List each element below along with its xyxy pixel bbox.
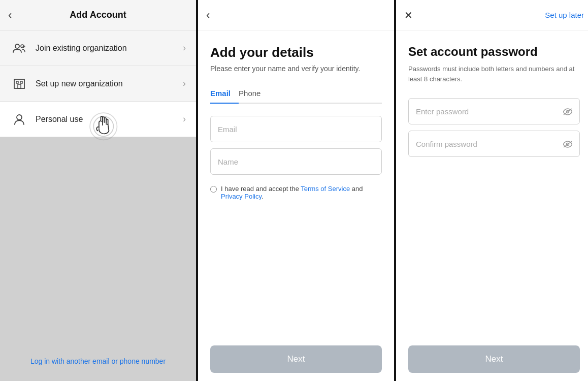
join-org-icon xyxy=(10,39,28,57)
building-icon xyxy=(10,75,28,93)
setup-org-chevron: › xyxy=(183,78,186,89)
panel3-close-button[interactable]: ✕ xyxy=(404,9,413,21)
panel2-title: Add your details xyxy=(210,45,382,60)
panel2-footer: Next xyxy=(198,337,394,381)
panel2-subtitle: Please enter your name and verify your i… xyxy=(210,65,382,73)
panel2-header: ‹ xyxy=(198,0,394,30)
join-org-chevron: › xyxy=(183,43,186,53)
confirm-password-input[interactable] xyxy=(416,140,563,148)
set-password-panel: ✕ Set up later Set account password Pass… xyxy=(396,0,588,381)
panel2-tabs: Email Phone xyxy=(210,85,382,104)
setup-org-label: Set up new organization xyxy=(36,79,183,88)
svg-point-0 xyxy=(15,44,19,48)
join-org-label: Join existing organization xyxy=(36,44,183,53)
panel3-footer: Next xyxy=(396,337,588,381)
confirm-password-field-wrap xyxy=(408,131,580,157)
login-other-link[interactable]: Log in with another email or phone numbe… xyxy=(30,357,166,365)
panel2-back-button[interactable]: ‹ xyxy=(206,9,210,22)
tab-phone[interactable]: Phone xyxy=(239,85,269,104)
svg-rect-4 xyxy=(20,81,22,83)
panel2-next-button[interactable]: Next xyxy=(210,345,382,373)
confirm-eye-icon[interactable] xyxy=(563,139,572,148)
setup-org-item[interactable]: Set up new organization › xyxy=(0,66,196,102)
panel3-header: ✕ Set up later xyxy=(396,0,588,30)
panel2-content: Add your details Please enter your name … xyxy=(198,30,394,337)
tab-email[interactable]: Email xyxy=(210,85,239,104)
terms-checkbox[interactable] xyxy=(210,186,217,193)
setup-later-link[interactable]: Set up later xyxy=(545,11,584,19)
svg-rect-2 xyxy=(14,79,24,88)
panel3-content: Set account password Passwords must incl… xyxy=(396,30,588,337)
email-input[interactable] xyxy=(210,116,382,142)
panel3-next-button[interactable]: Next xyxy=(408,345,580,373)
password-eye-icon[interactable] xyxy=(563,107,572,116)
password-input[interactable] xyxy=(416,107,563,116)
terms-of-service-link[interactable]: Terms of Service xyxy=(301,185,350,193)
panel1-back-button[interactable]: ‹ xyxy=(8,9,12,22)
terms-text: I have read and accept the Terms of Serv… xyxy=(221,185,382,200)
panel3-subtitle: Passwords must include both letters and … xyxy=(408,64,580,84)
svg-rect-3 xyxy=(16,81,18,83)
panel1-footer: Log in with another email or phone numbe… xyxy=(0,357,196,366)
personal-use-item[interactable]: Personal use › xyxy=(0,102,196,137)
panel1-header: ‹ Add Account xyxy=(0,0,196,30)
add-account-panel: ‹ Add Account Join existing organization… xyxy=(0,0,196,381)
personal-use-chevron: › xyxy=(183,114,186,124)
name-input[interactable] xyxy=(210,148,382,175)
panel3-title: Set account password xyxy=(408,45,580,59)
panel1-title: Add Account xyxy=(70,10,126,20)
add-details-panel: ‹ Add your details Please enter your nam… xyxy=(198,0,394,381)
join-org-item[interactable]: Join existing organization › xyxy=(0,30,196,66)
svg-rect-5 xyxy=(18,84,21,88)
terms-row: I have read and accept the Terms of Serv… xyxy=(210,185,382,200)
password-field-wrap xyxy=(408,98,580,124)
person-icon xyxy=(10,110,28,129)
privacy-policy-link[interactable]: Privacy Policy xyxy=(221,193,262,200)
svg-point-6 xyxy=(17,115,22,120)
personal-use-label: Personal use xyxy=(36,115,183,124)
